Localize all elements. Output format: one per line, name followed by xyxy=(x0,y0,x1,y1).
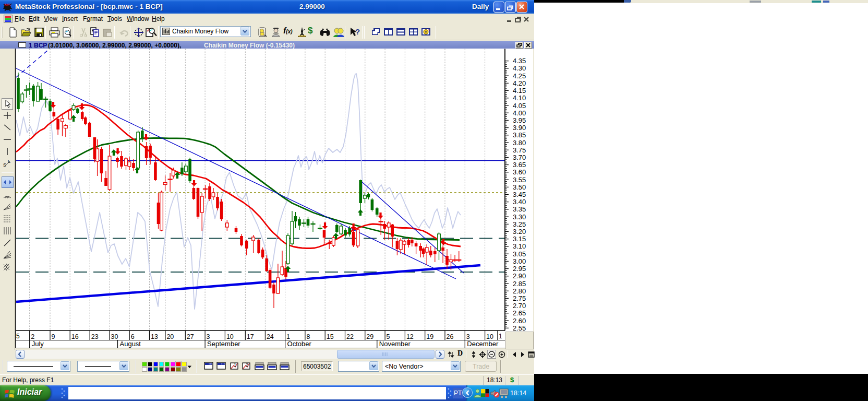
svg-text:3.05: 3.05 xyxy=(513,250,526,258)
svg-text:3.55: 3.55 xyxy=(513,176,526,184)
svg-text:4.15: 4.15 xyxy=(513,87,526,95)
svg-text:2.60: 2.60 xyxy=(513,317,526,325)
svg-text:3.70: 3.70 xyxy=(513,154,526,161)
svg-text:23: 23 xyxy=(91,333,99,340)
svg-text:19: 19 xyxy=(426,333,433,340)
svg-text:3: 3 xyxy=(207,333,210,340)
svg-text:3.45: 3.45 xyxy=(513,191,526,198)
svg-text:1: 1 xyxy=(234,362,236,368)
svg-text:3.00: 3.00 xyxy=(513,257,526,265)
svg-text:29: 29 xyxy=(366,333,373,340)
svg-text:10: 10 xyxy=(226,333,234,340)
svg-text:26: 26 xyxy=(447,333,454,340)
svg-text:17: 17 xyxy=(247,333,254,340)
svg-text:2.80: 2.80 xyxy=(513,287,526,295)
svg-text:1: 1 xyxy=(286,333,290,340)
svg-text:27: 27 xyxy=(187,333,194,340)
svg-text:3.20: 3.20 xyxy=(513,228,526,235)
svg-text:4.35: 4.35 xyxy=(513,57,526,65)
svg-text:4.05: 4.05 xyxy=(513,102,526,110)
svg-text:3.65: 3.65 xyxy=(513,161,526,169)
svg-text:3.30: 3.30 xyxy=(513,213,526,221)
svg-text:3.40: 3.40 xyxy=(513,198,526,206)
svg-text:6: 6 xyxy=(131,333,135,340)
svg-text:2.90: 2.90 xyxy=(513,272,526,280)
svg-text:3: 3 xyxy=(466,333,470,340)
svg-text:1: 1 xyxy=(499,333,502,340)
svg-text:2.75: 2.75 xyxy=(513,294,526,302)
svg-text:5: 5 xyxy=(16,333,20,340)
svg-text:4.10: 4.10 xyxy=(513,94,526,102)
svg-text:3.85: 3.85 xyxy=(513,131,526,139)
svg-text:2.55: 2.55 xyxy=(513,324,526,332)
svg-text:4.25: 4.25 xyxy=(513,72,526,80)
svg-text:30: 30 xyxy=(111,333,118,340)
svg-text:15: 15 xyxy=(327,333,334,340)
svg-text:2.65: 2.65 xyxy=(513,309,526,317)
svg-text:9: 9 xyxy=(52,333,55,340)
svg-text:3.10: 3.10 xyxy=(513,242,526,250)
svg-text:13: 13 xyxy=(151,333,158,340)
svg-text:3.75: 3.75 xyxy=(513,146,526,154)
svg-text:3.25: 3.25 xyxy=(513,220,526,228)
svg-text:2.85: 2.85 xyxy=(513,280,526,288)
svg-text:16: 16 xyxy=(71,333,79,340)
svg-text:October: October xyxy=(287,340,312,348)
svg-text:3.35: 3.35 xyxy=(513,205,526,213)
svg-text:20: 20 xyxy=(166,333,174,340)
svg-text:2: 2 xyxy=(246,362,248,368)
svg-text:3.80: 3.80 xyxy=(513,139,526,147)
svg-text:2.70: 2.70 xyxy=(513,302,526,310)
svg-text:2.95: 2.95 xyxy=(513,265,526,273)
svg-text:2: 2 xyxy=(31,333,34,340)
svg-text:4.30: 4.30 xyxy=(513,64,526,72)
svg-text:22: 22 xyxy=(346,333,354,340)
svg-text:3.90: 3.90 xyxy=(513,124,526,132)
svg-text:3.60: 3.60 xyxy=(513,168,526,176)
svg-text:24: 24 xyxy=(267,333,274,340)
svg-text:4.20: 4.20 xyxy=(513,79,526,87)
svg-text:10: 10 xyxy=(486,333,493,340)
svg-text:3.95: 3.95 xyxy=(513,116,526,124)
svg-text:3.15: 3.15 xyxy=(513,235,526,243)
svg-text:5: 5 xyxy=(387,333,390,340)
svg-text:September: September xyxy=(207,340,240,348)
svg-text:8: 8 xyxy=(306,333,310,340)
svg-text:12: 12 xyxy=(406,333,414,340)
svg-text:4.00: 4.00 xyxy=(513,109,526,117)
svg-text:November: November xyxy=(379,340,411,348)
svg-text:December: December xyxy=(467,340,499,348)
svg-text:July: July xyxy=(32,340,44,348)
svg-text:August: August xyxy=(120,340,141,348)
svg-text:3.50: 3.50 xyxy=(513,183,526,191)
